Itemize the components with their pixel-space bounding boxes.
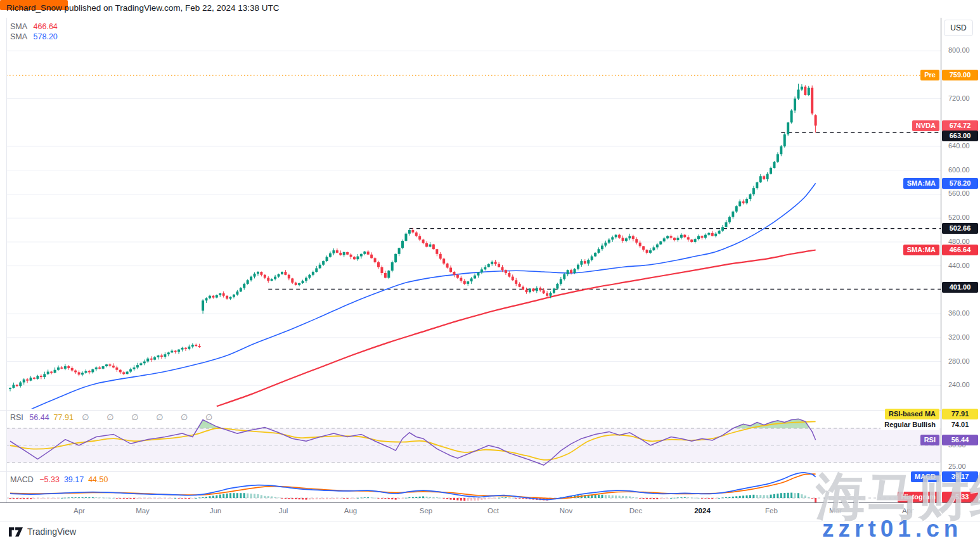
time-axis-label: May	[124, 507, 162, 514]
tradingview-brand-text: TradingView	[27, 527, 76, 537]
price-badge-502-66: 502.66	[942, 223, 978, 234]
sma1-value: 466.64	[34, 22, 58, 31]
price-badge-663-00: 663.00	[942, 131, 978, 141]
price-tick: 440.00	[945, 262, 980, 269]
price-badge-sma-ma-tag: SMA:MA	[903, 178, 939, 189]
price-tick: 360.00	[945, 309, 980, 317]
rsi-badge-rsi-based-ma: 77.91	[942, 409, 978, 419]
price-tick: 520.00	[945, 214, 980, 221]
sma-lines	[31, 183, 816, 409]
time-axis-label: Jul	[264, 507, 302, 514]
macd-hist-value: −5.33	[39, 475, 60, 484]
rsi-badge-regular-bullish: 74.01	[942, 419, 978, 430]
currency-button[interactable]: USD	[944, 20, 973, 36]
legend-macd[interactable]: MACD −5.33 39.17 44.50	[10, 475, 108, 484]
chart-left-border	[6, 18, 7, 502]
rsi-empty-inputs: ∅ ∅ ∅ ∅ ∅ ∅	[82, 412, 220, 422]
candles-layer	[9, 84, 817, 392]
time-axis-label: Aug	[332, 507, 370, 514]
price-badge-pre: 759.00	[942, 70, 978, 80]
macd-signal-value: 44.50	[88, 475, 108, 484]
rsi-badge-rsi-based-ma-tag: RSI-based MA	[885, 409, 939, 419]
macd-signal-line	[10, 474, 816, 499]
time-axis-label: Nov	[547, 507, 585, 514]
publication-header: Richard_Snow published on TradingView.co…	[6, 3, 280, 13]
rsi-pane	[6, 419, 941, 465]
macd-line	[10, 473, 816, 500]
currency-label: USD	[950, 23, 966, 32]
price-tick: 560.00	[945, 189, 980, 197]
price-tick: 600.00	[945, 166, 980, 174]
price-gridlines	[6, 51, 941, 385]
rsi-value: 56.44	[29, 413, 49, 422]
sma2-value: 578.20	[34, 32, 58, 41]
rsi-badge-rsi-tag: RSI	[920, 435, 939, 445]
price-tick: 640.00	[945, 142, 980, 150]
legend-rsi[interactable]: RSI 56.44 77.91 ∅ ∅ ∅ ∅ ∅ ∅	[10, 412, 220, 422]
price-badge-sma-ma-tag: SMA:MA	[903, 245, 939, 255]
sma2-label: SMA	[10, 32, 27, 41]
rsi-label: RSI	[10, 413, 23, 422]
time-axis-label: Feb	[752, 507, 790, 514]
time-axis-label: Dec	[617, 507, 655, 514]
rsi-badge-regular-bullish-tag: Regular Bullish	[880, 419, 939, 430]
price-badge-nvda-tag: NVDA	[912, 120, 939, 131]
time-axis-label: 2024	[683, 507, 721, 514]
legend-sma-2[interactable]: SMA 578.20	[10, 32, 58, 41]
price-badge-401-00: 401.00	[942, 282, 978, 293]
macd-pane	[6, 473, 941, 502]
price-level-lines	[6, 75, 941, 290]
tradingview-logo-icon	[9, 527, 23, 537]
rsi-pane-separator[interactable]	[0, 410, 941, 411]
price-badge-pre-tag: Pre	[920, 70, 939, 80]
chart-canvas[interactable]	[0, 0, 980, 543]
price-badge-nvda: 674.72	[942, 120, 978, 131]
time-axis-label: Apr	[60, 507, 98, 514]
time-axis-label: Jun	[197, 507, 235, 514]
time-axis-label: Sep	[407, 507, 445, 514]
macd-label: MACD	[10, 475, 34, 484]
rsi-badge-rsi: 56.44	[942, 435, 978, 445]
price-badge-sma-ma: 466.64	[942, 245, 978, 255]
macd-pane-separator[interactable]	[0, 471, 941, 472]
publication-title: Richard_Snow published on TradingView.co…	[6, 3, 280, 13]
macd-line-value: 39.17	[64, 475, 84, 484]
price-tick: 800.00	[945, 46, 980, 54]
price-tick: 240.00	[945, 381, 980, 388]
watermark-url: zzrt01.cn	[822, 516, 962, 542]
legend-sma-1[interactable]: SMA 466.64	[10, 22, 58, 31]
price-badge-sma-ma: 578.20	[942, 178, 978, 189]
tradingview-chart-window: Richard_Snow published on TradingView.co…	[0, 0, 980, 543]
rsi-ma-value: 77.91	[54, 413, 74, 422]
sma1-label: SMA	[10, 22, 27, 31]
price-tick: 720.00	[945, 94, 980, 102]
price-tick: 280.00	[945, 357, 980, 365]
time-axis-label: Oct	[474, 507, 512, 514]
price-axis-border	[941, 18, 941, 502]
price-tick: 320.00	[945, 333, 980, 341]
tradingview-attribution[interactable]: TradingView	[9, 527, 76, 537]
